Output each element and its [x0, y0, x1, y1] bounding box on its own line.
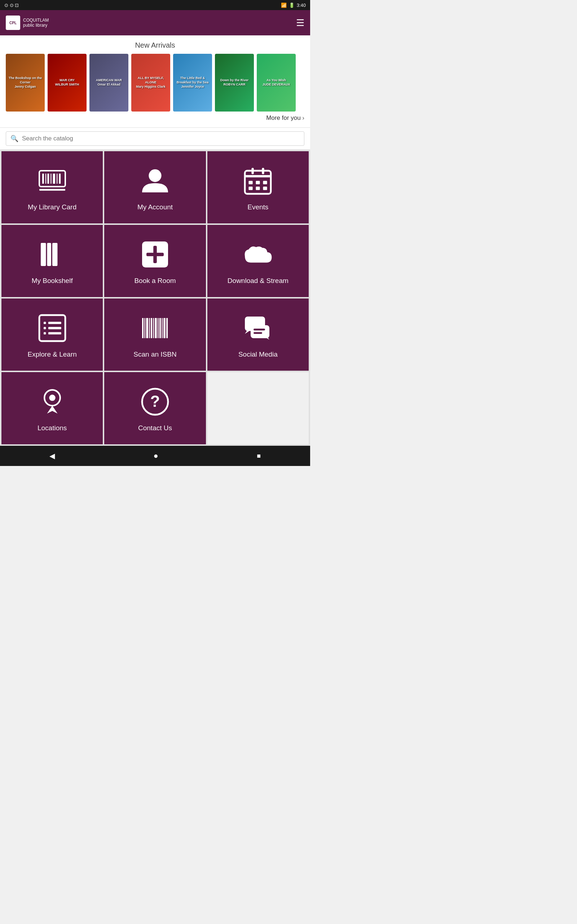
svg-rect-18	[256, 187, 260, 190]
svg-rect-40	[158, 318, 158, 338]
svg-rect-28	[48, 321, 61, 324]
svg-rect-6	[56, 174, 57, 184]
svg-rect-33	[142, 318, 143, 338]
svg-rect-39	[155, 318, 157, 338]
bottom-grid: Locations ? Contact Us	[0, 372, 310, 446]
svg-rect-3	[47, 174, 49, 184]
more-for-you-link[interactable]: More for you ›	[0, 111, 310, 124]
social-media-button[interactable]: Social Media	[207, 299, 309, 371]
svg-rect-36	[149, 318, 150, 338]
search-bar[interactable]: 🔍	[6, 131, 305, 146]
explore-learn-label: Explore & Learn	[28, 350, 77, 359]
new-arrivals-title: New Arrivals	[0, 41, 310, 50]
book-carousel[interactable]: The Bookshop on the CornerJenny Colgan W…	[0, 54, 310, 111]
book-cover-5[interactable]: The Little Bed & Breakfast by the SeaJen…	[173, 54, 212, 111]
contact-us-button[interactable]: ? Contact Us	[104, 372, 206, 444]
barcode-icon	[36, 165, 69, 197]
plus-square-icon	[139, 238, 171, 271]
events-label: Events	[247, 203, 268, 212]
scan-isbn-label: Scan an ISBN	[134, 350, 176, 359]
svg-rect-8	[39, 189, 65, 191]
menu-button[interactable]: ☰	[296, 17, 305, 29]
svg-rect-17	[249, 187, 253, 190]
book-cover-6[interactable]: Down by the RiverROBYN CARR	[215, 54, 254, 111]
status-icons-left: ⊙ ⊙ ⊡	[4, 3, 19, 8]
svg-rect-27	[44, 321, 46, 324]
svg-rect-38	[153, 318, 154, 338]
signal-icon: 📶	[281, 3, 287, 8]
svg-rect-29	[44, 327, 46, 329]
header: CPL COQUITLAM public library ☰	[0, 10, 310, 36]
back-button[interactable]: ◀	[49, 452, 55, 460]
svg-rect-21	[47, 243, 51, 266]
bottom-nav: ◀ ● ■	[0, 446, 310, 466]
home-button[interactable]: ●	[153, 451, 158, 460]
empty-grid-slot	[207, 372, 309, 444]
svg-rect-14	[249, 181, 253, 184]
book-cover-3[interactable]: AMERICAN WAROmar El Akkad	[89, 54, 128, 111]
logo-icon: CPL	[6, 16, 20, 30]
explore-learn-button[interactable]: Explore & Learn	[2, 299, 103, 371]
my-account-button[interactable]: My Account	[104, 151, 206, 223]
my-library-card-button[interactable]: My Library Card	[2, 151, 103, 223]
svg-text:?: ?	[150, 393, 160, 410]
svg-rect-1	[42, 174, 44, 184]
svg-rect-31	[44, 332, 46, 334]
svg-rect-20	[41, 243, 46, 266]
svg-rect-25	[147, 253, 164, 256]
books-icon	[36, 238, 69, 271]
svg-rect-22	[52, 243, 57, 266]
svg-rect-34	[144, 318, 145, 338]
svg-rect-7	[59, 174, 61, 184]
main-grid: My Library Card My Account	[0, 150, 310, 372]
svg-rect-15	[256, 181, 260, 184]
calendar-icon	[242, 165, 274, 197]
svg-rect-35	[146, 318, 148, 338]
recents-button[interactable]: ■	[257, 452, 261, 460]
svg-rect-19	[263, 187, 267, 190]
chat-icon	[242, 312, 274, 344]
my-account-label: My Account	[137, 203, 173, 212]
barcode2-icon	[139, 312, 171, 344]
svg-point-52	[49, 394, 55, 401]
locations-label: Locations	[37, 424, 67, 433]
person-icon	[139, 165, 171, 197]
book-cover-7[interactable]: As You WishJUDE DEVERAUX	[257, 54, 296, 111]
svg-rect-50	[253, 332, 262, 334]
svg-rect-2	[45, 174, 46, 184]
locations-button[interactable]: Locations	[2, 372, 103, 444]
svg-rect-16	[263, 181, 267, 184]
search-icon: 🔍	[10, 135, 18, 142]
more-arrow-icon: ›	[302, 115, 305, 121]
contact-us-label: Contact Us	[138, 424, 172, 433]
book-a-room-label: Book a Room	[134, 276, 176, 286]
svg-rect-4	[50, 174, 51, 184]
search-input[interactable]	[22, 135, 300, 142]
my-bookshelf-label: My Bookshelf	[32, 276, 73, 286]
status-bar: ⊙ ⊙ ⊡ 📶 🔋 3:40	[0, 0, 310, 10]
status-left-icons: ⊙ ⊙ ⊡	[4, 3, 19, 8]
svg-point-9	[148, 169, 161, 182]
svg-rect-41	[160, 318, 161, 338]
events-button[interactable]: Events	[207, 151, 309, 223]
svg-rect-37	[151, 318, 152, 338]
new-arrivals-section: New Arrivals The Bookshop on the CornerJ…	[0, 36, 310, 128]
search-container: 🔍	[0, 128, 310, 150]
time-display: 3:40	[297, 3, 306, 8]
scan-isbn-button[interactable]: Scan an ISBN	[104, 299, 206, 371]
book-cover-2[interactable]: WAR CRYWILBUR SMITH	[48, 54, 87, 111]
svg-rect-44	[166, 318, 168, 338]
svg-rect-42	[161, 318, 162, 338]
book-cover-4[interactable]: ALL BY MYSELF, ALONEMary Higgins Clark	[131, 54, 170, 111]
logo-text: COQUITLAM public library	[23, 18, 49, 28]
social-media-label: Social Media	[239, 350, 278, 359]
download-stream-label: Download & Stream	[227, 276, 288, 286]
my-bookshelf-button[interactable]: My Bookshelf	[2, 225, 103, 297]
svg-rect-11	[245, 175, 271, 177]
logo: CPL COQUITLAM public library	[6, 16, 49, 30]
book-a-room-button[interactable]: Book a Room	[104, 225, 206, 297]
download-stream-button[interactable]: Download & Stream	[207, 225, 309, 297]
pin-icon	[36, 386, 69, 418]
book-cover-1[interactable]: The Bookshop on the CornerJenny Colgan	[6, 54, 45, 111]
cloud-icon	[242, 238, 274, 271]
